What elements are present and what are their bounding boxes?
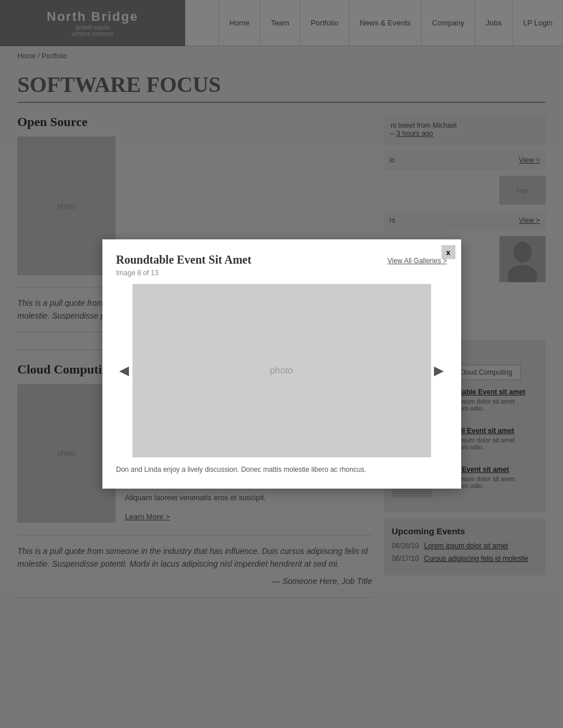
modal-view-all-link[interactable]: View All Galleries > (388, 253, 447, 265)
modal-close-button[interactable]: x (441, 245, 455, 259)
modal-photo: photo (133, 284, 431, 457)
modal-image-area: ◀ photo ▶ (116, 284, 447, 457)
modal-header: Roundtable Event Sit Amet View All Galle… (116, 253, 447, 267)
modal-dialog: x Roundtable Event Sit Amet View All Gal… (102, 239, 461, 489)
modal-caption: Don and Linda enjoy a lively discussion.… (116, 464, 447, 475)
modal-next-button[interactable]: ▶ (431, 356, 447, 385)
modal-image-count: Image 8 of 13 (116, 269, 447, 277)
modal-overlay[interactable]: x Roundtable Event Sit Amet View All Gal… (0, 0, 563, 615)
modal-title: Roundtable Event Sit Amet (116, 253, 252, 267)
modal-prev-button[interactable]: ◀ (116, 356, 133, 385)
